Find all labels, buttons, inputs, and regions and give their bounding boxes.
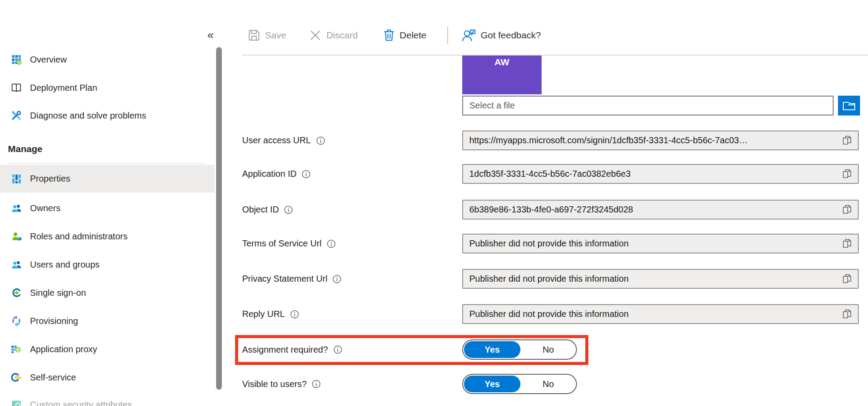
sidebar-item-label: Custom security attributes xyxy=(30,400,132,406)
toggle-yes-option[interactable]: Yes xyxy=(464,341,520,358)
sidebar-item-label: Owners xyxy=(30,203,60,213)
info-icon[interactable] xyxy=(290,310,299,319)
form-row: Application ID 1dcfb35f-3331-4cc5-b56c-7… xyxy=(242,164,859,184)
diagnose-icon xyxy=(11,110,22,121)
sidebar-item-users-groups[interactable]: Users and groups xyxy=(0,253,214,276)
application-proxy-icon xyxy=(11,344,22,354)
field-label: Assignment required? xyxy=(242,345,328,355)
copy-icon[interactable] xyxy=(842,273,853,285)
single-sign-on-icon xyxy=(11,287,22,298)
application-id-field: 1dcfb35f-3331-4cc5-b56c-7ac0382eb6e3 xyxy=(462,164,859,184)
sidebar: Overview Deployment Plan Diagnose and so… xyxy=(0,0,225,406)
info-icon[interactable] xyxy=(333,345,342,354)
copy-icon[interactable] xyxy=(842,135,853,146)
assignment-required-toggle[interactable]: Yes No xyxy=(462,339,577,360)
sidebar-item-roles[interactable]: Roles and administrators xyxy=(0,225,214,247)
sidebar-scrollbar[interactable] xyxy=(216,47,222,390)
delete-button[interactable]: Delete xyxy=(383,29,427,41)
toggle-yes-option[interactable]: Yes xyxy=(464,376,520,392)
sidebar-item-self-service[interactable]: Self-service xyxy=(0,366,214,388)
save-icon xyxy=(248,29,260,41)
sidebar-item-label: Users and groups xyxy=(30,260,100,270)
toolbar-separator xyxy=(447,26,448,44)
toggle-no-option[interactable]: No xyxy=(520,345,576,355)
deployment-plan-icon xyxy=(11,82,22,93)
save-button[interactable]: Save xyxy=(248,29,286,41)
sidebar-item-diagnose[interactable]: Diagnose and solve problems xyxy=(0,104,214,127)
sidebar-item-label: Properties xyxy=(30,174,70,184)
info-icon[interactable] xyxy=(284,205,293,214)
overview-icon xyxy=(11,54,22,65)
sidebar-item-label: Diagnose and solve problems xyxy=(30,111,146,121)
info-icon[interactable] xyxy=(316,136,325,145)
toggle-no-option[interactable]: No xyxy=(520,379,576,389)
form-row: Visible to users? Yes No xyxy=(242,374,859,394)
provisioning-icon xyxy=(11,316,22,326)
sidebar-item-overview[interactable]: Overview xyxy=(0,48,214,71)
info-icon[interactable] xyxy=(302,170,311,179)
owners-icon xyxy=(11,203,22,213)
field-value: https://myapps.microsoft.com/signin/1dcf… xyxy=(469,135,842,145)
sidebar-item-label: Roles and administrators xyxy=(30,231,127,242)
info-icon[interactable] xyxy=(333,275,341,283)
field-value: Publisher did not provide this informati… xyxy=(469,309,842,319)
properties-icon xyxy=(11,174,22,184)
sidebar-item-label: Self-service xyxy=(30,372,76,383)
discard-label: Discard xyxy=(326,30,358,41)
field-label: Terms of Service Url xyxy=(242,238,322,249)
terms-of-service-field: Publisher did not provide this informati… xyxy=(462,234,859,253)
sidebar-item-single-sign-on[interactable]: Single sign-on xyxy=(0,282,214,304)
users-groups-icon xyxy=(11,259,22,270)
browse-file-button[interactable] xyxy=(838,96,860,115)
visible-to-users-toggle[interactable]: Yes No xyxy=(462,374,577,394)
folder-icon xyxy=(842,101,856,111)
info-icon[interactable] xyxy=(327,239,336,248)
form-row: Object ID 6b389e86-133b-4fe0-a697-272f32… xyxy=(242,200,859,220)
field-label: Privacy Statement Url xyxy=(242,274,327,284)
field-value: 1dcfb35f-3331-4cc5-b56c-7ac0382eb6e3 xyxy=(469,169,842,179)
custom-security-attributes-icon xyxy=(11,399,22,406)
copy-icon[interactable] xyxy=(842,309,853,320)
sidebar-item-label: Deployment Plan xyxy=(30,83,97,93)
sidebar-item-owners[interactable]: Owners xyxy=(0,197,214,219)
form-row: Terms of Service Url Publisher did not p… xyxy=(242,234,859,253)
field-value: Publisher did not provide this informati… xyxy=(469,238,842,249)
form-row: Assignment required? Yes No xyxy=(242,339,859,360)
form-row: User access URL https://myapps.microsoft… xyxy=(242,130,859,150)
field-label: Application ID xyxy=(242,169,296,179)
avatar-initials: AW xyxy=(494,57,509,67)
reply-url-field: Publisher did not provide this informati… xyxy=(462,304,859,324)
sidebar-collapse-button[interactable]: « xyxy=(207,28,213,42)
feedback-label: Got feedback? xyxy=(481,30,541,41)
object-id-field: 6b389e86-133b-4fe0-a697-272f3245d028 xyxy=(462,200,859,220)
sidebar-section-manage: Manage xyxy=(8,144,42,154)
discard-button[interactable]: Discard xyxy=(309,29,358,41)
sidebar-item-label: Provisioning xyxy=(30,316,78,326)
delete-icon xyxy=(383,29,395,41)
info-icon[interactable] xyxy=(312,380,321,388)
save-label: Save xyxy=(265,30,286,41)
self-service-icon xyxy=(11,372,22,383)
field-label: Object ID xyxy=(242,205,279,215)
field-label: Reply URL xyxy=(242,309,285,319)
sidebar-item-deployment-plan[interactable]: Deployment Plan xyxy=(0,77,214,99)
roles-administrators-icon xyxy=(11,231,22,242)
content-divider xyxy=(242,55,868,56)
copy-icon[interactable] xyxy=(842,204,853,216)
delete-label: Delete xyxy=(400,30,427,41)
copy-icon[interactable] xyxy=(842,238,853,250)
field-label: User access URL xyxy=(242,135,311,145)
feedback-icon xyxy=(462,29,476,42)
sidebar-item-application-proxy[interactable]: Application proxy xyxy=(0,338,214,360)
sidebar-item-provisioning[interactable]: Provisioning xyxy=(0,310,214,332)
copy-icon[interactable] xyxy=(842,168,853,180)
sidebar-item-properties[interactable]: Properties xyxy=(0,165,214,193)
logo-file-input[interactable] xyxy=(462,96,834,115)
field-value: Publisher did not provide this informati… xyxy=(469,274,842,284)
sidebar-item-label: Application proxy xyxy=(30,344,97,354)
sidebar-divider xyxy=(8,164,206,164)
feedback-button[interactable]: Got feedback? xyxy=(462,29,541,42)
discard-icon xyxy=(309,29,322,41)
sidebar-item-custom-security-attributes[interactable]: Custom security attributes xyxy=(0,394,214,406)
field-label: Visible to users? xyxy=(242,379,307,389)
